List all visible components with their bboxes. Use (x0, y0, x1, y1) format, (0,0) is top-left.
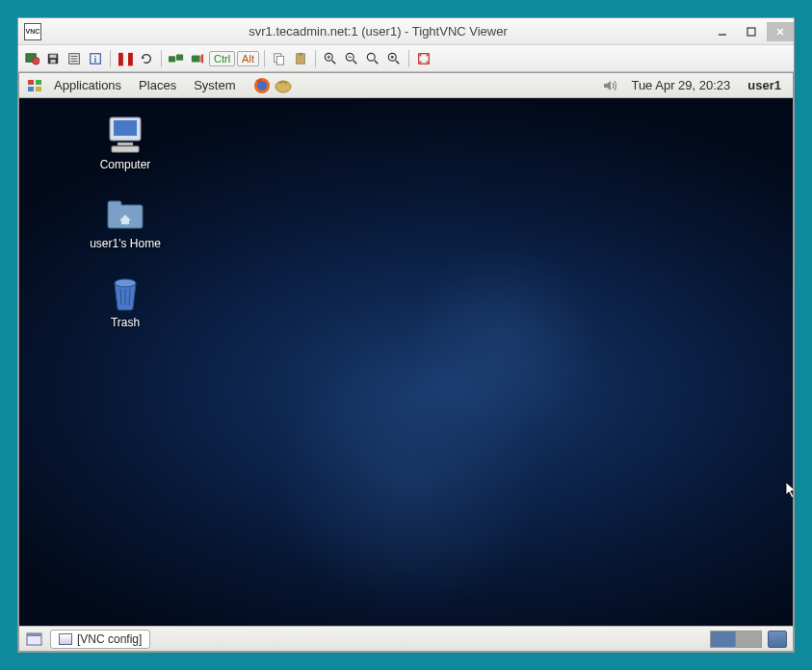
window-title: svr1.tecadmin.net:1 (user1) - TightVNC V… (47, 24, 709, 39)
save-icon[interactable] (43, 49, 63, 68)
firefox-launcher-icon[interactable] (252, 76, 272, 95)
svg-point-46 (115, 279, 136, 287)
main-menu-icon[interactable] (25, 76, 44, 95)
tightvnc-viewer-window: VNC svr1.tecadmin.net:1 (user1) - TightV… (17, 17, 795, 653)
show-desktop-button[interactable] (768, 631, 787, 648)
gnome-top-panel: Applications Places System Tue Apr 29, 2… (19, 73, 793, 98)
fullscreen-icon[interactable] (414, 49, 433, 68)
workspace-1[interactable] (711, 631, 736, 647)
window-close-button[interactable] (767, 22, 794, 41)
svg-rect-36 (36, 80, 41, 85)
window-mini-icon (59, 633, 72, 645)
window-maximize-button[interactable] (738, 22, 765, 41)
toolbar-separator (264, 50, 265, 67)
vnc-toolbar: i ❚❚ Ctrl Alt (18, 45, 794, 72)
trash-desktop-icon[interactable]: Trash (77, 273, 173, 329)
window-titlebar[interactable]: VNC svr1.tecadmin.net:1 (user1) - TightV… (18, 18, 794, 45)
show-desktop-left-icon[interactable] (25, 630, 44, 649)
home-desktop-icon[interactable]: user1's Home (77, 194, 173, 250)
remote-desktop-view: Applications Places System Tue Apr 29, 2… (18, 72, 794, 652)
svg-line-30 (375, 60, 379, 64)
svg-rect-43 (114, 120, 137, 136)
trash-label: Trash (111, 316, 140, 329)
vnc-config-task-button[interactable]: [VNC config] (50, 630, 150, 649)
svg-line-32 (396, 60, 400, 64)
alt-key-button[interactable]: Alt (237, 51, 259, 66)
info-icon[interactable]: i (86, 49, 105, 68)
workspace-2[interactable] (736, 631, 761, 647)
ctrl-alt-del-icon[interactable] (167, 49, 186, 68)
toolbar-separator (161, 50, 162, 67)
svg-point-33 (391, 55, 394, 58)
toolbar-separator (408, 50, 409, 67)
svg-rect-7 (50, 54, 57, 58)
trash-icon (103, 273, 147, 312)
help-launcher-icon[interactable] (274, 76, 293, 95)
computer-icon (103, 116, 147, 154)
svg-point-29 (367, 53, 375, 61)
task-label: [VNC config] (77, 632, 142, 646)
system-menu[interactable]: System (186, 76, 243, 94)
svg-rect-1 (747, 28, 755, 36)
svg-rect-16 (176, 54, 183, 60)
refresh-icon[interactable] (137, 49, 156, 68)
gnome-bottom-panel: [VNC config] (19, 626, 793, 651)
mouse-cursor-icon (785, 481, 793, 502)
svg-text:i: i (94, 54, 96, 64)
vnc-app-icon: VNC (24, 23, 41, 40)
svg-line-23 (332, 60, 336, 64)
toolbar-separator (110, 50, 111, 67)
home-label: user1's Home (90, 237, 161, 250)
clock[interactable]: Tue Apr 29, 20:23 (621, 78, 740, 92)
svg-rect-21 (299, 52, 302, 55)
svg-rect-44 (118, 142, 133, 145)
svg-point-40 (257, 81, 267, 90)
zoom-auto-icon[interactable] (384, 49, 404, 68)
applications-menu[interactable]: Applications (46, 76, 129, 94)
pause-icon[interactable]: ❚❚ (116, 49, 135, 68)
computer-label: Computer (100, 158, 151, 171)
user-menu[interactable]: user1 (742, 78, 787, 92)
svg-rect-8 (50, 59, 55, 63)
new-connection-icon[interactable] (22, 49, 41, 68)
desktop-area[interactable]: Computer user1's Home Trash (19, 98, 793, 626)
svg-rect-15 (169, 56, 175, 62)
svg-rect-51 (27, 633, 41, 636)
zoom-out-icon[interactable] (342, 49, 361, 68)
paste-icon[interactable] (291, 49, 310, 68)
svg-rect-45 (112, 146, 139, 152)
svg-point-41 (275, 81, 291, 92)
ctrl-key-button[interactable]: Ctrl (209, 51, 235, 66)
toolbar-separator (315, 50, 316, 67)
computer-desktop-icon[interactable]: Computer (77, 116, 173, 171)
svg-rect-37 (28, 87, 34, 91)
home-folder-icon (103, 194, 147, 233)
svg-point-5 (32, 58, 39, 65)
workspace-switcher[interactable] (710, 631, 762, 648)
window-minimize-button[interactable] (709, 22, 736, 41)
svg-rect-19 (276, 56, 283, 64)
zoom-in-icon[interactable] (321, 49, 340, 68)
svg-rect-35 (28, 80, 34, 85)
places-menu[interactable]: Places (131, 76, 184, 94)
send-keys-icon[interactable] (188, 49, 207, 68)
zoom-100-icon[interactable] (363, 49, 382, 68)
volume-icon[interactable] (600, 76, 619, 95)
svg-line-27 (354, 60, 357, 64)
svg-rect-38 (36, 87, 41, 91)
options-icon[interactable] (65, 49, 84, 68)
svg-rect-17 (192, 55, 200, 62)
copy-icon[interactable] (270, 49, 289, 68)
